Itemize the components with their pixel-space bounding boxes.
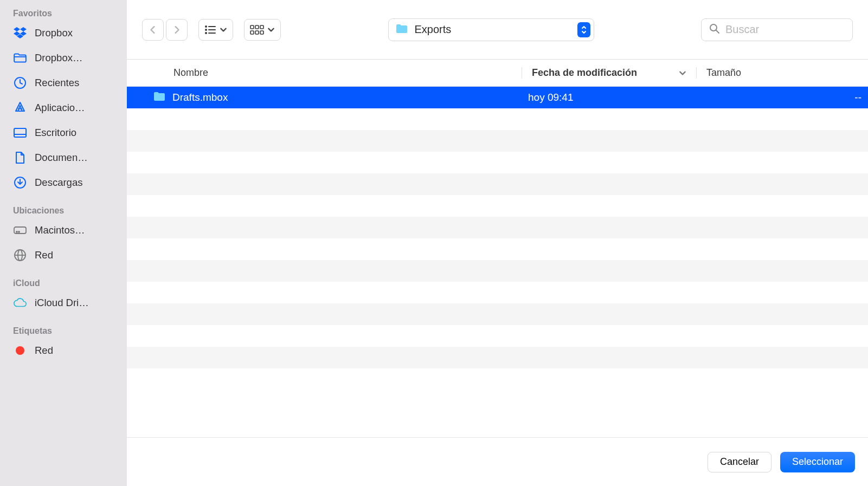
svg-rect-22	[260, 25, 263, 29]
svg-point-18	[205, 33, 207, 34]
sidebar-item-recientes[interactable]: Recientes	[0, 70, 127, 95]
file-row-empty	[127, 303, 868, 325]
column-headers: Nombre Fecha de modificación Tamaño	[127, 60, 868, 87]
sidebar-item-escritorio[interactable]: Escritorio	[0, 120, 127, 145]
sidebar-item-label: Aplicacio…	[35, 102, 85, 114]
sidebar-item-label: Red	[35, 345, 53, 357]
chevron-down-icon	[220, 26, 227, 34]
sidebar-item-label: iCloud Dri…	[35, 297, 89, 309]
svg-line-27	[716, 30, 719, 33]
column-date[interactable]: Fecha de modificación	[522, 67, 696, 79]
file-row-empty	[127, 282, 868, 303]
apps-icon	[13, 101, 27, 115]
select-button[interactable]: Seleccionar	[780, 452, 855, 472]
chevron-left-icon	[149, 26, 157, 34]
sidebar-item-dropbox[interactable]: Dropbox	[0, 21, 127, 46]
sidebar-item-icloud-dri-[interactable]: iCloud Dri…	[0, 290, 127, 315]
back-button[interactable]	[142, 19, 164, 41]
view-list-button[interactable]	[198, 19, 233, 41]
file-date-cell: hoy 09:41	[528, 92, 696, 103]
sidebar-item-label: Dropbox	[35, 27, 73, 39]
sidebar-item-red[interactable]: Red	[0, 338, 127, 363]
network-icon	[13, 248, 27, 262]
svg-point-10	[18, 231, 20, 232]
sidebar-item-label: Macintos…	[35, 224, 85, 236]
cloud-icon	[13, 296, 27, 310]
sidebar-item-descargas[interactable]: Descargas	[0, 170, 127, 195]
nav-buttons	[142, 19, 188, 41]
folder-popup[interactable]: Exports	[388, 18, 594, 41]
sidebar: FavoritosDropboxDropbox…RecientesAplicac…	[0, 0, 127, 486]
sidebar-item-dropbox-[interactable]: Dropbox…	[0, 46, 127, 70]
column-size[interactable]: Tamaño	[696, 67, 868, 79]
search-input[interactable]	[725, 23, 845, 36]
file-row[interactable]: Drafts.mboxhoy 09:41--	[127, 87, 868, 108]
sidebar-item-red[interactable]: Red	[0, 243, 127, 268]
updown-icon	[577, 22, 590, 37]
group-button[interactable]	[244, 19, 281, 41]
file-name-label: Drafts.mbox	[172, 92, 228, 103]
sidebar-item-aplicacio-[interactable]: Aplicacio…	[0, 95, 127, 120]
sidebar-item-macintos-[interactable]: Macintos…	[0, 218, 127, 243]
file-row-empty	[127, 238, 868, 260]
file-row-empty	[127, 173, 868, 195]
chevron-down-icon	[267, 26, 275, 34]
svg-point-16	[205, 29, 207, 30]
column-name[interactable]: Nombre	[127, 67, 522, 79]
file-size-cell: --	[696, 92, 868, 103]
sidebar-item-label: Dropbox…	[35, 52, 82, 64]
file-row-empty	[127, 347, 868, 368]
folder-icon	[395, 23, 408, 36]
hdd-icon	[13, 223, 27, 237]
file-row-empty	[127, 130, 868, 152]
sidebar-section-title: Etiquetas	[0, 323, 127, 338]
folder-icon	[153, 91, 166, 105]
tag-dot-icon	[13, 344, 27, 358]
sidebar-item-label: Descargas	[35, 177, 82, 189]
grid-group-icon	[250, 25, 264, 35]
sidebar-item-label: Recientes	[35, 77, 79, 89]
search-field[interactable]	[701, 18, 853, 41]
document-icon	[13, 151, 27, 165]
clock-icon	[13, 76, 27, 90]
sidebar-item-label: Red	[35, 249, 53, 261]
svg-rect-23	[250, 31, 254, 34]
list-view-icon	[204, 25, 216, 35]
footer: Cancelar Seleccionar	[127, 437, 868, 486]
file-row-empty	[127, 325, 868, 347]
svg-rect-24	[255, 31, 259, 34]
svg-rect-5	[14, 128, 26, 137]
svg-rect-20	[250, 25, 254, 29]
desktop-icon	[13, 126, 27, 140]
chevron-right-icon	[173, 26, 181, 34]
file-name-cell: Drafts.mbox	[127, 91, 528, 105]
svg-rect-21	[255, 25, 259, 29]
svg-point-26	[710, 24, 717, 31]
main-panel: Exports Nombre Fecha de modificación Tam…	[127, 0, 868, 486]
download-icon	[13, 176, 27, 190]
search-icon	[709, 23, 720, 36]
toolbar: Exports	[127, 0, 868, 60]
chevron-down-icon	[679, 69, 686, 77]
sidebar-item-label: Documen…	[35, 152, 88, 164]
file-row-empty	[127, 368, 868, 390]
file-row-empty	[127, 195, 868, 217]
svg-point-14	[205, 26, 207, 27]
svg-rect-8	[14, 227, 26, 234]
folder-popup-label: Exports	[415, 23, 571, 36]
file-row-empty	[127, 152, 868, 173]
dropbox-icon	[13, 26, 27, 40]
forward-button[interactable]	[166, 19, 188, 41]
sidebar-section-title: iCloud	[0, 275, 127, 290]
sidebar-item-documen-[interactable]: Documen…	[0, 145, 127, 170]
cancel-button[interactable]: Cancelar	[708, 452, 771, 472]
svg-rect-25	[260, 31, 263, 34]
folder-open-icon	[13, 51, 27, 65]
svg-point-9	[16, 231, 17, 232]
file-list: Drafts.mboxhoy 09:41--	[127, 87, 868, 437]
sidebar-section-title: Ubicaciones	[0, 203, 127, 218]
file-row-empty	[127, 217, 868, 238]
column-date-label: Fecha de modificación	[532, 67, 637, 79]
sidebar-item-label: Escritorio	[35, 127, 76, 139]
sidebar-section-title: Favoritos	[0, 5, 127, 21]
